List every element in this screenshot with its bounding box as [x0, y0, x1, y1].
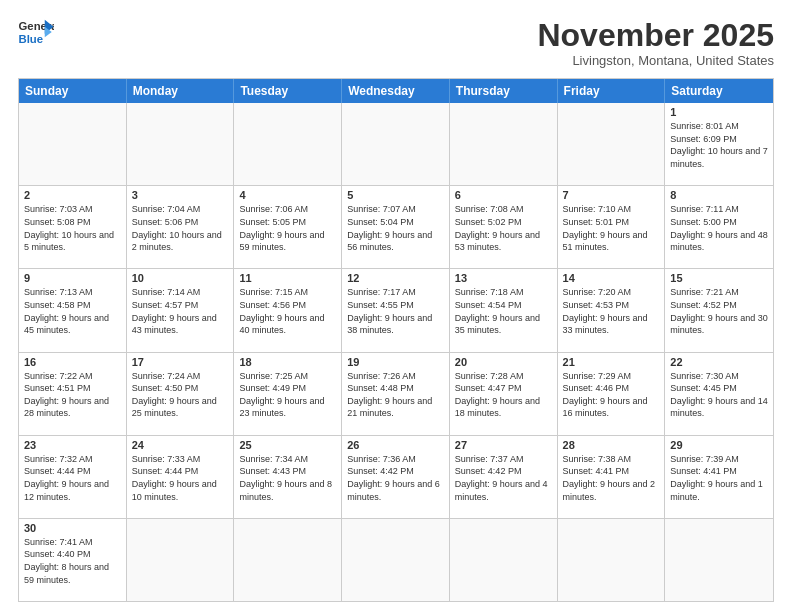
day-number: 23: [24, 439, 121, 451]
header-day-tuesday: Tuesday: [234, 79, 342, 103]
calendar-cell: 21Sunrise: 7:29 AMSunset: 4:46 PMDayligh…: [558, 353, 666, 435]
day-number: 21: [563, 356, 660, 368]
day-info: Sunrise: 7:38 AMSunset: 4:41 PMDaylight:…: [563, 453, 660, 503]
calendar-cell: 24Sunrise: 7:33 AMSunset: 4:44 PMDayligh…: [127, 436, 235, 518]
calendar-cell: [558, 519, 666, 601]
calendar-cell: [342, 519, 450, 601]
logo: General Blue: [18, 18, 54, 46]
day-number: 17: [132, 356, 229, 368]
calendar-cell: 26Sunrise: 7:36 AMSunset: 4:42 PMDayligh…: [342, 436, 450, 518]
calendar-cell: [19, 103, 127, 185]
calendar-cell: [342, 103, 450, 185]
day-number: 29: [670, 439, 768, 451]
day-number: 6: [455, 189, 552, 201]
day-info: Sunrise: 7:11 AMSunset: 5:00 PMDaylight:…: [670, 203, 768, 253]
calendar-cell: 28Sunrise: 7:38 AMSunset: 4:41 PMDayligh…: [558, 436, 666, 518]
day-number: 4: [239, 189, 336, 201]
calendar-cell: 3Sunrise: 7:04 AMSunset: 5:06 PMDaylight…: [127, 186, 235, 268]
day-info: Sunrise: 7:32 AMSunset: 4:44 PMDaylight:…: [24, 453, 121, 503]
calendar-cell: 19Sunrise: 7:26 AMSunset: 4:48 PMDayligh…: [342, 353, 450, 435]
day-info: Sunrise: 7:39 AMSunset: 4:41 PMDaylight:…: [670, 453, 768, 503]
day-info: Sunrise: 7:14 AMSunset: 4:57 PMDaylight:…: [132, 286, 229, 336]
calendar-cell: 8Sunrise: 7:11 AMSunset: 5:00 PMDaylight…: [665, 186, 773, 268]
day-number: 20: [455, 356, 552, 368]
day-info: Sunrise: 7:37 AMSunset: 4:42 PMDaylight:…: [455, 453, 552, 503]
calendar-row-3: 16Sunrise: 7:22 AMSunset: 4:51 PMDayligh…: [19, 352, 773, 435]
day-number: 11: [239, 272, 336, 284]
logo-icon: General Blue: [18, 18, 54, 46]
title-block: November 2025 Livingston, Montana, Unite…: [537, 18, 774, 68]
day-number: 15: [670, 272, 768, 284]
calendar-cell: [127, 103, 235, 185]
day-info: Sunrise: 7:22 AMSunset: 4:51 PMDaylight:…: [24, 370, 121, 420]
day-info: Sunrise: 7:33 AMSunset: 4:44 PMDaylight:…: [132, 453, 229, 503]
calendar-row-4: 23Sunrise: 7:32 AMSunset: 4:44 PMDayligh…: [19, 435, 773, 518]
calendar-cell: [450, 103, 558, 185]
calendar-cell: 12Sunrise: 7:17 AMSunset: 4:55 PMDayligh…: [342, 269, 450, 351]
header-day-monday: Monday: [127, 79, 235, 103]
day-info: Sunrise: 7:34 AMSunset: 4:43 PMDaylight:…: [239, 453, 336, 503]
calendar-cell: 30Sunrise: 7:41 AMSunset: 4:40 PMDayligh…: [19, 519, 127, 601]
calendar-row-5: 30Sunrise: 7:41 AMSunset: 4:40 PMDayligh…: [19, 518, 773, 601]
calendar-cell: 17Sunrise: 7:24 AMSunset: 4:50 PMDayligh…: [127, 353, 235, 435]
day-number: 12: [347, 272, 444, 284]
day-info: Sunrise: 7:08 AMSunset: 5:02 PMDaylight:…: [455, 203, 552, 253]
day-info: Sunrise: 7:36 AMSunset: 4:42 PMDaylight:…: [347, 453, 444, 503]
calendar-cell: [450, 519, 558, 601]
day-info: Sunrise: 7:26 AMSunset: 4:48 PMDaylight:…: [347, 370, 444, 420]
calendar-cell: 18Sunrise: 7:25 AMSunset: 4:49 PMDayligh…: [234, 353, 342, 435]
calendar-cell: 7Sunrise: 7:10 AMSunset: 5:01 PMDaylight…: [558, 186, 666, 268]
calendar-cell: 16Sunrise: 7:22 AMSunset: 4:51 PMDayligh…: [19, 353, 127, 435]
day-number: 2: [24, 189, 121, 201]
day-info: Sunrise: 7:06 AMSunset: 5:05 PMDaylight:…: [239, 203, 336, 253]
day-info: Sunrise: 7:30 AMSunset: 4:45 PMDaylight:…: [670, 370, 768, 420]
day-info: Sunrise: 7:24 AMSunset: 4:50 PMDaylight:…: [132, 370, 229, 420]
calendar-cell: 27Sunrise: 7:37 AMSunset: 4:42 PMDayligh…: [450, 436, 558, 518]
day-number: 13: [455, 272, 552, 284]
calendar-cell: 22Sunrise: 7:30 AMSunset: 4:45 PMDayligh…: [665, 353, 773, 435]
calendar-cell: 9Sunrise: 7:13 AMSunset: 4:58 PMDaylight…: [19, 269, 127, 351]
location: Livingston, Montana, United States: [537, 53, 774, 68]
day-number: 22: [670, 356, 768, 368]
day-number: 10: [132, 272, 229, 284]
calendar-cell: 25Sunrise: 7:34 AMSunset: 4:43 PMDayligh…: [234, 436, 342, 518]
header-day-sunday: Sunday: [19, 79, 127, 103]
calendar-row-2: 9Sunrise: 7:13 AMSunset: 4:58 PMDaylight…: [19, 268, 773, 351]
calendar-cell: 29Sunrise: 7:39 AMSunset: 4:41 PMDayligh…: [665, 436, 773, 518]
calendar-row-0: 1Sunrise: 8:01 AMSunset: 6:09 PMDaylight…: [19, 103, 773, 185]
day-number: 1: [670, 106, 768, 118]
day-info: Sunrise: 8:01 AMSunset: 6:09 PMDaylight:…: [670, 120, 768, 170]
header-day-wednesday: Wednesday: [342, 79, 450, 103]
day-number: 3: [132, 189, 229, 201]
calendar-body: 1Sunrise: 8:01 AMSunset: 6:09 PMDaylight…: [19, 103, 773, 601]
day-info: Sunrise: 7:17 AMSunset: 4:55 PMDaylight:…: [347, 286, 444, 336]
calendar-cell: [234, 519, 342, 601]
calendar-cell: 20Sunrise: 7:28 AMSunset: 4:47 PMDayligh…: [450, 353, 558, 435]
calendar-cell: 5Sunrise: 7:07 AMSunset: 5:04 PMDaylight…: [342, 186, 450, 268]
calendar-cell: [558, 103, 666, 185]
day-number: 25: [239, 439, 336, 451]
day-info: Sunrise: 7:04 AMSunset: 5:06 PMDaylight:…: [132, 203, 229, 253]
day-info: Sunrise: 7:10 AMSunset: 5:01 PMDaylight:…: [563, 203, 660, 253]
day-info: Sunrise: 7:13 AMSunset: 4:58 PMDaylight:…: [24, 286, 121, 336]
day-number: 8: [670, 189, 768, 201]
day-number: 9: [24, 272, 121, 284]
day-info: Sunrise: 7:20 AMSunset: 4:53 PMDaylight:…: [563, 286, 660, 336]
day-number: 27: [455, 439, 552, 451]
day-info: Sunrise: 7:41 AMSunset: 4:40 PMDaylight:…: [24, 536, 121, 586]
calendar-header: SundayMondayTuesdayWednesdayThursdayFrid…: [19, 79, 773, 103]
day-info: Sunrise: 7:18 AMSunset: 4:54 PMDaylight:…: [455, 286, 552, 336]
month-title: November 2025: [537, 18, 774, 53]
calendar-cell: 23Sunrise: 7:32 AMSunset: 4:44 PMDayligh…: [19, 436, 127, 518]
calendar-cell: 13Sunrise: 7:18 AMSunset: 4:54 PMDayligh…: [450, 269, 558, 351]
day-info: Sunrise: 7:28 AMSunset: 4:47 PMDaylight:…: [455, 370, 552, 420]
calendar-cell: 6Sunrise: 7:08 AMSunset: 5:02 PMDaylight…: [450, 186, 558, 268]
day-info: Sunrise: 7:03 AMSunset: 5:08 PMDaylight:…: [24, 203, 121, 253]
day-info: Sunrise: 7:21 AMSunset: 4:52 PMDaylight:…: [670, 286, 768, 336]
day-number: 7: [563, 189, 660, 201]
header-day-saturday: Saturday: [665, 79, 773, 103]
page-header: General Blue November 2025 Livingston, M…: [18, 18, 774, 68]
day-number: 14: [563, 272, 660, 284]
day-number: 19: [347, 356, 444, 368]
header-day-thursday: Thursday: [450, 79, 558, 103]
